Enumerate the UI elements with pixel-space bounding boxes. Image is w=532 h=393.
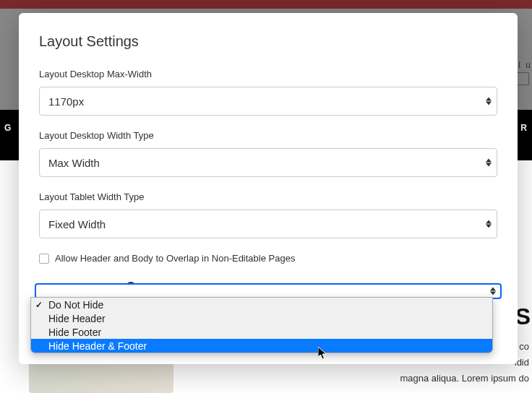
dropdown-option-hide-footer[interactable]: Hide Footer — [31, 325, 492, 339]
background-top-bar — [0, 0, 532, 9]
checkbox-overlap-label: Allow Header and Body to Overlap in Non-… — [55, 253, 295, 264]
select-caret-icon — [490, 288, 496, 295]
select-value: 1170px — [48, 95, 84, 108]
bg-paragraph-1: co — [519, 341, 529, 352]
select-desktop-width-type[interactable]: Max Width — [39, 148, 497, 177]
field-desktop-max-width: Layout Desktop Max-Width 1170px — [39, 69, 497, 116]
dropdown-option-do-not-hide[interactable]: Do Not Hide — [31, 298, 492, 311]
label-desktop-max-width: Layout Desktop Max-Width — [39, 69, 497, 79]
dropdown-option-hide-header[interactable]: Hide Header — [31, 311, 492, 325]
label-desktop-width-type: Layout Desktop Width Type — [39, 130, 497, 141]
dropdown-option-hide-header-footer[interactable]: Hide Header & Footer — [31, 339, 492, 353]
bg-paragraph-3: magna aliqua. Lorem ipsum do — [400, 373, 530, 384]
dropdown-hide-header-footer: Do Not Hide Hide Header Hide Footer Hide… — [30, 297, 493, 353]
select-desktop-max-width[interactable]: 1170px — [39, 87, 497, 116]
label-tablet-width-type: Layout Tablet Width Type — [39, 191, 497, 202]
field-tablet-width-type: Layout Tablet Width Type Fixed Width — [39, 191, 497, 238]
checkbox-overlap-row: Allow Header and Body to Overlap in Non-… — [39, 253, 497, 264]
select-value: Fixed Width — [48, 218, 106, 230]
select-value: Max Width — [48, 157, 100, 169]
modal-title: Layout Settings — [39, 33, 497, 50]
field-desktop-width-type: Layout Desktop Width Type Max Width — [39, 130, 497, 177]
bg-layout-icon — [516, 72, 529, 85]
select-tablet-width-type[interactable]: Fixed Width — [39, 210, 497, 238]
checkbox-overlap[interactable] — [39, 254, 49, 264]
